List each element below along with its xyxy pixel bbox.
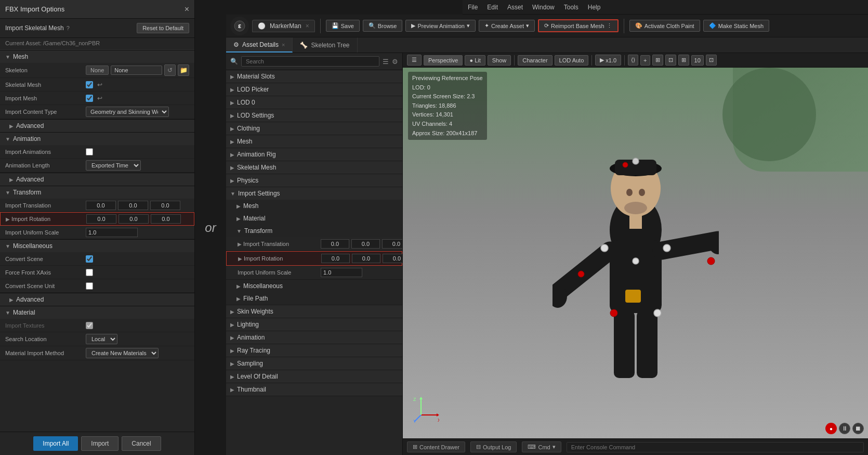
perspective-button[interactable]: Perspective	[424, 55, 463, 66]
create-asset-button[interactable]: ✦ Create Asset ▾	[479, 20, 535, 32]
grid-button[interactable]: ⊡	[665, 55, 676, 66]
asset-rot-y[interactable]	[352, 254, 380, 263]
preview-animation-button[interactable]: ▶ Preview Animation ▾	[405, 20, 476, 32]
transform-section-header[interactable]: ▼ Transform	[0, 186, 194, 199]
viewport-menu-button[interactable]: ☰	[407, 55, 422, 66]
import-rotation-y[interactable]	[119, 214, 149, 224]
lod-picker-header[interactable]: ▶ LOD Picker	[226, 83, 402, 96]
import-rotation-z[interactable]	[151, 214, 181, 224]
menu-help[interactable]: Help	[588, 4, 601, 11]
asset-rot-x[interactable]	[321, 254, 350, 263]
import-translation-y[interactable]	[118, 201, 148, 210]
pause-button[interactable]: ⏸	[839, 423, 850, 434]
import-settings-misc-header[interactable]: ▶ Miscellaneous	[226, 280, 402, 292]
playback-button[interactable]: ▶ x1.0	[595, 55, 621, 66]
menu-tools[interactable]: Tools	[564, 4, 578, 11]
import-settings-mesh-header[interactable]: ▶ Mesh	[226, 200, 402, 212]
import-all-button[interactable]: Import All	[33, 436, 78, 451]
lit-button[interactable]: ● Lit	[465, 55, 485, 66]
layout-button[interactable]: ⊞	[678, 55, 689, 66]
menu-asset[interactable]: Asset	[507, 4, 523, 11]
view-options-button[interactable]: ☰	[383, 58, 389, 66]
show-button[interactable]: Show	[488, 55, 511, 66]
lighting-header[interactable]: ▶ Lighting	[226, 318, 402, 331]
lod-auto-button[interactable]: LOD Auto	[555, 55, 589, 66]
animation-section-header[interactable]: ▼ Animation	[0, 132, 194, 145]
import-settings-material-header[interactable]: ▶ Material	[226, 212, 402, 225]
activate-cloth-paint-button[interactable]: 🎨 Activate Cloth Paint	[629, 20, 700, 32]
misc-advanced-header[interactable]: ▶ Advanced	[0, 293, 194, 306]
fbx-close-button[interactable]: ×	[185, 5, 189, 14]
asset-trans-x[interactable]	[321, 239, 349, 249]
asset-details-tab-close[interactable]: ×	[282, 42, 285, 48]
lod-detail-header[interactable]: ▶ Level Of Detail	[226, 370, 402, 383]
maximize-button[interactable]: ⊡	[706, 55, 717, 66]
content-drawer-button[interactable]: ⊞ Content Drawer	[407, 441, 465, 452]
tab-skeleton-tree[interactable]: 🦴 Skeleton Tree	[293, 37, 357, 53]
lod-settings-header[interactable]: ▶ LOD Settings	[226, 109, 402, 122]
miscellaneous-section-header[interactable]: ▼ Miscellaneous	[0, 239, 194, 252]
asset-trans-z[interactable]	[382, 239, 402, 249]
mesh-header[interactable]: ▶ Mesh	[226, 135, 402, 148]
import-mesh-revert-icon[interactable]: ↩	[97, 95, 102, 102]
record-button[interactable]: ●	[825, 423, 837, 434]
asset-trans-y[interactable]	[351, 239, 380, 249]
import-button[interactable]: Import	[81, 436, 119, 451]
animation-header2[interactable]: ▶ Animation	[226, 331, 402, 344]
menu-window[interactable]: Window	[532, 4, 555, 11]
anim-rig-header[interactable]: ▶ Animation Rig	[226, 148, 402, 161]
snap-settings-button[interactable]: ⊞	[652, 55, 663, 66]
sampling-header[interactable]: ▶ Sampling	[226, 357, 402, 370]
animation-advanced-header[interactable]: ▶ Advanced	[0, 173, 194, 186]
material-section-header[interactable]: ▼ Material	[0, 306, 194, 319]
viewport-type-button[interactable]: +	[640, 55, 650, 66]
clothing-header[interactable]: ▶ Clothing	[226, 122, 402, 135]
output-log-button[interactable]: ⊟ Output Log	[470, 441, 517, 452]
force-front-xaxis-checkbox[interactable]	[86, 269, 93, 276]
save-button[interactable]: 💾 Save	[326, 20, 360, 32]
import-settings-transform-header[interactable]: ▼ Transform	[226, 225, 402, 237]
asset-uniform-scale-input[interactable]	[321, 268, 362, 277]
tab-close-button[interactable]: ×	[306, 22, 309, 30]
menu-edit[interactable]: Edit	[487, 4, 498, 11]
asset-rot-z[interactable]	[383, 254, 402, 263]
import-rotation-x[interactable]	[86, 214, 116, 224]
import-content-type-dropdown[interactable]: Geometry and Skinning Weights	[86, 107, 169, 117]
skeletal-mesh-checkbox[interactable]	[86, 81, 93, 88]
import-mesh-checkbox[interactable]	[86, 95, 93, 102]
rotation-collapse-icon[interactable]: ▶	[6, 216, 10, 222]
skeleton-dropdown[interactable]: None	[111, 66, 162, 75]
skin-weights-header[interactable]: ▶ Skin Weights	[226, 305, 402, 318]
rot-expand-icon[interactable]: ▶	[238, 256, 242, 262]
mesh-advanced-header[interactable]: ▶ Advanced	[0, 119, 194, 132]
stop-button[interactable]: ⏹	[852, 423, 864, 434]
skeletal-mesh-header[interactable]: ▶ Skeletal Mesh	[226, 161, 402, 174]
ray-tracing-header[interactable]: ▶ Ray Tracing	[226, 344, 402, 357]
search-location-dropdown[interactable]: Local	[86, 334, 117, 344]
search-settings-button[interactable]: ⚙	[392, 58, 398, 66]
physics-header[interactable]: ▶ Physics	[226, 174, 402, 187]
convert-scene-checkbox[interactable]	[86, 255, 93, 263]
material-slots-header[interactable]: ▶ Material Slots	[226, 70, 402, 83]
character-button[interactable]: Character	[518, 55, 552, 66]
grid-count-button[interactable]: 10	[691, 55, 704, 66]
lod0-header[interactable]: ▶ LOD 0	[226, 96, 402, 109]
animation-length-dropdown[interactable]: Exported Time	[86, 160, 141, 171]
convert-scene-unit-checkbox[interactable]	[86, 282, 93, 290]
cmd-button[interactable]: ⌨ Cmd ▾	[522, 441, 561, 452]
reimport-base-mesh-button[interactable]: ⟳ Reimport Base Mesh ⋮	[538, 19, 619, 32]
mesh-section-header[interactable]: ▼ Mesh	[0, 50, 194, 63]
import-settings-header[interactable]: ▼ Import Settings	[226, 187, 402, 200]
browse-button[interactable]: 🔍 Browse	[363, 20, 403, 32]
console-command-input[interactable]	[567, 442, 864, 452]
asset-search-input[interactable]	[241, 56, 379, 67]
import-translation-x[interactable]	[86, 201, 116, 210]
import-translation-z[interactable]	[150, 201, 180, 210]
make-static-mesh-button[interactable]: 🔷 Make Static Mesh	[703, 20, 769, 32]
import-animations-checkbox[interactable]	[86, 148, 93, 155]
import-uniform-scale-input[interactable]	[86, 228, 138, 237]
tab-asset-details[interactable]: ⚙ Asset Details ×	[226, 37, 293, 53]
reset-to-default-button[interactable]: Reset to Default	[137, 23, 189, 33]
skeleton-reload-icon[interactable]: ↺	[164, 64, 176, 76]
skeletal-mesh-revert-icon[interactable]: ↩	[97, 81, 102, 88]
